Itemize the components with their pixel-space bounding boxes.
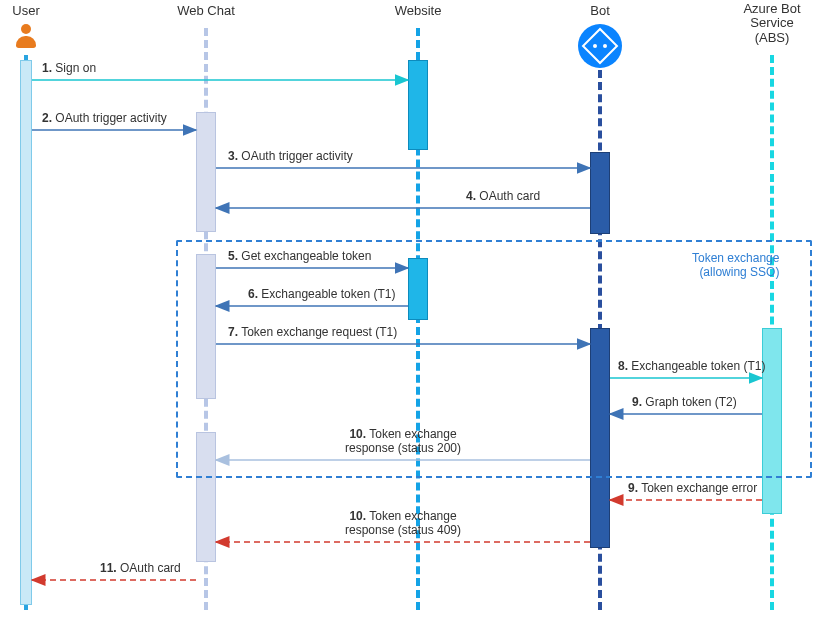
bot-icon <box>578 24 622 68</box>
activation-website-1 <box>408 60 428 150</box>
activation-bot-1 <box>590 152 610 234</box>
msg-8: 8. Exchangeable token (T1) <box>618 360 765 374</box>
frame-label: Token exchange (allowing SSO) <box>692 252 779 280</box>
lane-webchat-label: Web Chat <box>177 4 235 18</box>
user-icon <box>15 24 37 50</box>
activation-user <box>20 60 32 605</box>
msg-5: 5. Get exchangeable token <box>228 250 371 264</box>
msg-11: 11. OAuth card <box>100 562 181 576</box>
msg-7: 7. Token exchange request (T1) <box>228 326 397 340</box>
msg-4: 4. OAuth card <box>466 190 540 204</box>
msg-9: 9. Graph token (T2) <box>632 396 737 410</box>
msg-1: 1. Sign on <box>42 62 96 76</box>
msg-10: 10. Token exchange response (status 200) <box>345 428 461 456</box>
lane-user-label: User <box>12 4 39 18</box>
msg-9b: 9. Token exchange error <box>628 482 757 496</box>
lane-website-label: Website <box>395 4 442 18</box>
sequence-diagram: User Web Chat Website Bot Azure Bot Serv… <box>0 0 830 622</box>
lane-bot-label: Bot <box>590 4 610 18</box>
activation-webchat-1 <box>196 112 216 232</box>
msg-3: 3. OAuth trigger activity <box>228 150 353 164</box>
msg-2: 2. OAuth trigger activity <box>42 112 167 126</box>
msg-6: 6. Exchangeable token (T1) <box>248 288 395 302</box>
lane-abs-label: Azure Bot Service (ABS) <box>743 2 800 45</box>
msg-10b: 10. Token exchange response (status 409) <box>345 510 461 538</box>
